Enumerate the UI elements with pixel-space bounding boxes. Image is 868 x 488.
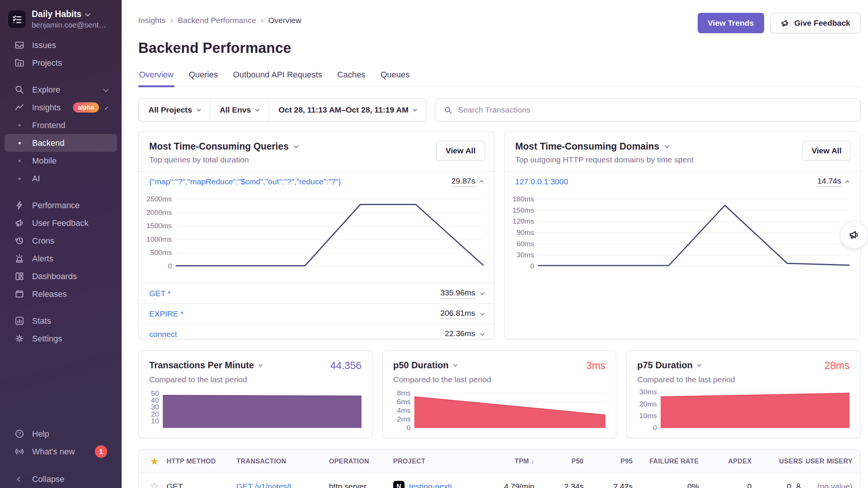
bullet-icon [14,173,25,184]
sidebar-item-ai[interactable]: AI [5,170,117,187]
failure-rate-cell: 0% [635,482,701,488]
tpm-subtitle: Compared to the last period [149,375,361,384]
bullet-icon [14,138,25,148]
p50-title-dropdown[interactable]: p50 Duration [393,360,456,371]
column-header-p50[interactable]: P50 [537,457,586,465]
user-icon [794,482,803,488]
column-header-user-misery[interactable]: USER MISERY [805,457,855,465]
query-link[interactable]: GET * [149,289,171,298]
sidebar-item-crons[interactable]: Crons [5,232,117,250]
sidebar-item-issues[interactable]: Issues [5,36,117,54]
search-transactions-input[interactable] [458,105,852,114]
breadcrumb-separator: › [261,16,264,25]
query-link[interactable]: connect [149,330,177,339]
project-filter-dropdown[interactable]: All Projects [139,99,210,121]
query-row: GET * 335.96ms [139,283,494,303]
sidebar-item-label: Collapse [32,474,65,484]
chevron-down-icon [413,107,417,111]
org-name: Daily Habits [32,9,82,19]
tab-caches[interactable]: Caches [337,70,366,86]
domain-link[interactable]: 127.0.0.1:3000 [515,177,568,186]
p75-title-dropdown[interactable]: p75 Duration [637,360,700,371]
view-trends-button[interactable]: View Trends [698,13,764,33]
sidebar-collapse-button[interactable]: Collapse [5,470,117,488]
column-header-http-method[interactable]: HTTP METHOD [167,457,236,465]
sidebar-item-help[interactable]: ? Help [5,425,117,443]
domain-duration-toggle[interactable]: 14.74s [817,176,849,187]
project-link[interactable]: testing-nextj… [409,482,460,488]
tab-overview[interactable]: Overview [138,70,175,86]
domains-view-all-button[interactable]: View All [802,141,851,161]
tpm-title-dropdown[interactable]: Transactions Per Minute [149,360,261,371]
table-header-row: ★ HTTP METHOD TRANSACTION OPERATION PROJ… [139,450,860,473]
column-header-operation[interactable]: OPERATION [329,457,393,465]
queries-panel-subtitle: Top queries by total duration [149,155,483,164]
query-duration: 206.81ms [440,309,475,319]
star-icon[interactable]: ☆ [142,480,167,488]
lightning-icon [14,200,25,210]
org-email: benjamin.coe@sent… [32,21,106,29]
query-duration-toggle[interactable]: 206.81ms [440,309,483,319]
chevron-down-icon [196,107,201,111]
column-header-tpm-sorted[interactable]: TPM ↓ [480,457,537,465]
sidebar-item-label: Crons [32,236,54,246]
column-header-apdex[interactable]: APDEX [701,457,754,465]
column-header-users[interactable]: USERS [754,457,805,465]
org-avatar [8,11,26,28]
sidebar-item-label: Projects [32,58,62,68]
feedback-fab[interactable] [840,221,868,249]
sidebar-item-label: Mobile [32,156,57,166]
queries-panel-title-dropdown[interactable]: Most Time-Consuming Queries [149,141,483,152]
sidebar-item-label: Help [32,429,49,439]
sidebar-item-performance[interactable]: Performance [5,196,117,214]
alpha-badge: alpha [73,102,99,113]
chevron-down-icon [255,107,259,111]
megaphone-icon [848,229,860,241]
sidebar-item-whats-new[interactable]: What's new 1 [5,443,117,460]
tab-bar: Overview Queries Outbound API Requests C… [138,70,860,87]
sidebar-item-releases[interactable]: Releases [5,285,117,303]
p50-area-chart: 8ms6ms4ms2ms0 [393,390,605,428]
sidebar-item-stats[interactable]: Stats [5,312,117,330]
column-header-transaction[interactable]: TRANSACTION [236,457,329,465]
column-header-project[interactable]: PROJECT [393,457,480,465]
p75-subtitle: Compared to the last period [637,375,849,384]
date-range-dropdown[interactable]: Oct 28, 11:13 AM–Oct 28, 11:19 AM [268,99,426,121]
chevron-left-icon [14,474,25,484]
sidebar-item-alerts[interactable]: Alerts [5,250,117,267]
column-header-p95[interactable]: P95 [586,457,635,465]
query-duration-toggle[interactable]: 22.36ms [445,329,483,340]
breadcrumb-backend-performance[interactable]: Backend Performance [178,16,256,25]
tab-queries[interactable]: Queries [188,70,219,86]
sidebar-item-insights[interactable]: Insights alpha [5,99,117,116]
chevron-down-icon [664,144,669,148]
query-link[interactable]: EXPIRE * [149,309,184,318]
sidebar-item-dashboards[interactable]: Dashboards [5,267,117,285]
column-header-failure-rate[interactable]: FAILURE RATE [635,457,701,465]
sidebar-item-explore[interactable]: Explore [5,81,117,99]
query-duration-toggle[interactable]: 29.87s [451,176,483,187]
sidebar-item-settings[interactable]: Settings [5,330,117,347]
environment-filter-dropdown[interactable]: All Envs [210,99,269,121]
query-duration-toggle[interactable]: 335.96ms [440,288,483,299]
transaction-link[interactable]: GET /v1/notes/t… [236,482,329,488]
clock-icon [14,236,25,246]
queries-view-all-button[interactable]: View All [436,141,485,161]
whats-new-badge: 1 [95,445,107,458]
sidebar-item-user-feedback[interactable]: User Feedback [5,214,117,232]
sidebar-item-mobile[interactable]: Mobile [5,152,117,170]
give-feedback-button[interactable]: Give Feedback [770,13,860,33]
query-link[interactable]: {"map":"?","mapReduce":"$cmd","out":"?",… [149,177,341,186]
domains-panel-title-dropdown[interactable]: Most Time-Consuming Domains [515,141,849,152]
sidebar-item-projects[interactable]: Projects [5,54,117,72]
tab-queues[interactable]: Queues [380,70,410,86]
star-icon[interactable]: ★ [142,456,167,467]
breadcrumb: Insights › Backend Performance › Overvie… [138,16,301,25]
org-switcher[interactable]: Daily Habits benjamin.coe@sent… [0,8,122,33]
sidebar-item-label: Explore [32,85,60,95]
breadcrumb-insights[interactable]: Insights [138,16,165,25]
most-time-consuming-domains-panel: Most Time-Consuming Domains Top outgoing… [504,131,860,339]
sidebar-item-backend[interactable]: Backend [5,134,117,152]
sidebar-item-frontend[interactable]: Frontend [5,116,117,134]
tab-outbound-api-requests[interactable]: Outbound API Requests [232,70,323,86]
